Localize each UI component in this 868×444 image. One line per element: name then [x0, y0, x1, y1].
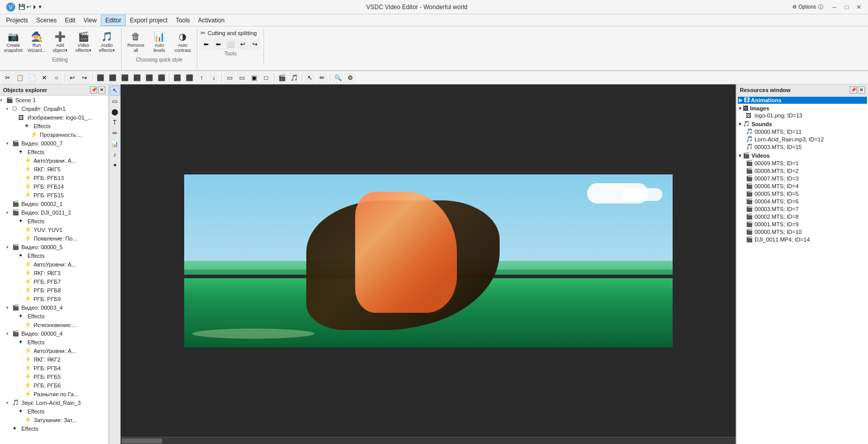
- tree-item-14[interactable]: ✦ Effects: [0, 217, 108, 225]
- tree-item-24[interactable]: ▾ 🎬 Видео: 00003_4: [0, 303, 108, 312]
- move-down-btn[interactable]: ↓: [208, 72, 219, 83]
- effects-tool-btn[interactable]: ✦: [110, 160, 120, 170]
- undo-icon[interactable]: ↩: [26, 4, 31, 10]
- delete-btn[interactable]: ✕: [39, 72, 50, 83]
- align-left-btn[interactable]: ⬛: [95, 72, 106, 83]
- tree-item-5[interactable]: ▾ 🎬 Видео: 00000_7: [0, 139, 108, 147]
- tree-item-34[interactable]: ⚡ Разнытие по Га...: [0, 390, 108, 398]
- close-button[interactable]: ✕: [854, 3, 864, 11]
- add-object-button[interactable]: ➕ Addobject▾: [49, 28, 71, 56]
- redo-icon[interactable]: ⏵: [32, 4, 38, 10]
- tree-item-18[interactable]: ✦ Effects: [0, 251, 108, 260]
- menu-edit[interactable]: Edit: [61, 15, 79, 26]
- tree-item-19[interactable]: ⚡ АвтоУровни: А...: [0, 260, 108, 269]
- align-center-btn[interactable]: ⬛: [107, 72, 118, 83]
- redo-btn[interactable]: ↪: [79, 72, 90, 83]
- res-item-sound2[interactable]: 🎵 Lorn-Acid_Rain.mp3; ID=12: [738, 135, 867, 143]
- menu-scenes[interactable]: Scenes: [32, 15, 61, 26]
- circle-btn[interactable]: ○: [51, 72, 62, 83]
- undo-cut-btn[interactable]: ↩: [237, 39, 248, 50]
- note-tool-btn[interactable]: ♪: [110, 150, 120, 160]
- zoom-in-btn[interactable]: 🔍: [332, 72, 343, 83]
- cut-icon-btn[interactable]: ✂: [2, 72, 13, 83]
- tree-item-7[interactable]: ⚡ АвтоУровни: А...: [0, 156, 108, 165]
- run-wizard-button[interactable]: 🧙 RunWizard...: [25, 28, 48, 56]
- tree-item-20[interactable]: ⚡ ЯКГ: ЯКГ3: [0, 269, 108, 277]
- tree-item-27[interactable]: ▾ 🎬 Видео: 00000_4: [0, 329, 108, 338]
- animations-category[interactable]: ▶ 🎞 Animations: [738, 97, 867, 104]
- maximize-button[interactable]: □: [842, 3, 852, 11]
- chart-tool-btn[interactable]: 📊: [110, 139, 120, 149]
- pen-mode-btn[interactable]: ✏: [316, 72, 328, 83]
- videos-header[interactable]: ▾ 🎬 Videos: [738, 152, 867, 159]
- res-video-2[interactable]: 🎬00008.MTS; ID=2: [738, 167, 867, 174]
- menu-editor[interactable]: Editor: [101, 15, 126, 26]
- cursor-tool-btn[interactable]: ↖: [110, 85, 120, 96]
- undo-btn[interactable]: ↩: [67, 72, 78, 83]
- tree-item-26[interactable]: ⚡ Исчезновение:...: [0, 320, 108, 329]
- border-btn[interactable]: □: [261, 72, 272, 83]
- circle-tool-btn[interactable]: ⬤: [110, 107, 120, 117]
- tree-item-11[interactable]: ⚡ РГБ: РГБ15: [0, 191, 108, 199]
- remove-all-button[interactable]: 🗑 Remove all: [125, 28, 147, 56]
- move-up-btn[interactable]: ↑: [196, 72, 207, 83]
- cursor-mode-btn[interactable]: ↖: [304, 72, 315, 83]
- distribute-v-btn[interactable]: ⬛: [184, 72, 195, 83]
- res-item-logo[interactable]: 🖼 logo-01.png; ID=13: [738, 112, 867, 119]
- align-middle-btn[interactable]: ⬛: [143, 72, 155, 83]
- tree-item-15[interactable]: ⚡ YUV: YUV1: [0, 225, 108, 234]
- split-btn[interactable]: ⬜: [225, 39, 236, 50]
- tree-item-28[interactable]: ✦ Effects: [0, 338, 108, 346]
- tree-item-32[interactable]: ⚡ РГБ: РГБ5: [0, 372, 108, 381]
- res-item-sound1[interactable]: 🎵 00000.MTS; ID=11: [738, 128, 867, 135]
- tree-item-4[interactable]: ⚡ Прозрачность:...: [0, 130, 108, 139]
- menu-export[interactable]: Export project: [126, 15, 171, 26]
- copy-btn[interactable]: 📋: [14, 72, 25, 83]
- shape1-btn[interactable]: ▭: [224, 72, 235, 83]
- auto-levels-button[interactable]: 📊 Auto levels: [148, 28, 170, 56]
- tree-item-23[interactable]: ⚡ РГБ: РГБ9: [0, 294, 108, 303]
- tree-item-22[interactable]: ⚡ РГБ: РГБ8: [0, 286, 108, 294]
- tree-item-21[interactable]: ⚡ РГБ: РГБ7: [0, 277, 108, 286]
- tree-item-38[interactable]: ✦ Effects: [0, 424, 108, 433]
- menu-projects[interactable]: Projects: [2, 15, 32, 26]
- cut-right-btn[interactable]: ⬅: [213, 39, 224, 50]
- video-effects-button[interactable]: 🎬 Videoeffects▾: [72, 28, 95, 56]
- cut-left-btn[interactable]: ⬅: [200, 39, 212, 50]
- res-video-7[interactable]: 🎬00003.MTS; ID=7: [738, 205, 867, 213]
- tree-item-13[interactable]: ▾ 🎬 Видео: DJI_0011_2: [0, 208, 108, 217]
- shape2-btn[interactable]: ▭: [236, 72, 247, 83]
- text-tool-btn[interactable]: T: [110, 117, 120, 128]
- tree-item-8[interactable]: ⚡ ЯКГ: ЯКГ5: [0, 165, 108, 173]
- resources-pin-btn[interactable]: 📌: [850, 86, 857, 94]
- res-video-10[interactable]: 🎬00000.MTS; ID=10: [738, 228, 867, 235]
- res-video-9[interactable]: 🎬00001.MTS; ID=9: [738, 220, 867, 228]
- tree-item-12[interactable]: 🎬 Видео: 00002_1: [0, 199, 108, 208]
- scroll-thumb[interactable]: [122, 438, 162, 443]
- tree-item-25[interactable]: ✦ Effects: [0, 312, 108, 320]
- tree-item-10[interactable]: ⚡ РГБ: РГБ14: [0, 182, 108, 191]
- tree-item-33[interactable]: ⚡ РГБ: РГБ6: [0, 381, 108, 390]
- tree-item-36[interactable]: ✦ Effects: [0, 407, 108, 416]
- images-header[interactable]: ▾ 🖼 Images: [738, 105, 867, 112]
- save-icon[interactable]: 💾: [18, 4, 25, 10]
- res-video-8[interactable]: 🎬00002.MTS; ID=8: [738, 213, 867, 220]
- help-icon[interactable]: ⓘ: [818, 4, 823, 11]
- redo-cut-btn[interactable]: ↪: [249, 39, 261, 50]
- res-video-11[interactable]: 🎬DJI_0011.MP4; ID=14: [738, 235, 867, 243]
- audio-effects-button[interactable]: 🎵 Audioeffects▾: [96, 28, 118, 56]
- tree-item-2[interactable]: 🖼 Изображение: logo-01_...: [0, 113, 108, 122]
- distribute-h-btn[interactable]: ⬛: [171, 72, 183, 83]
- options-label[interactable]: Options: [799, 4, 816, 10]
- menu-tools[interactable]: Tools: [171, 15, 194, 26]
- tree-item-9[interactable]: ⚡ РГБ: РГБ13: [0, 173, 108, 182]
- sounds-header[interactable]: ▾ 🎵 Sounds: [738, 120, 867, 128]
- tree-item-6[interactable]: ✦ Effects: [0, 147, 108, 156]
- audio-icon-btn[interactable]: 🎵: [288, 72, 300, 83]
- tree-item-3[interactable]: ✦ Effects: [0, 122, 108, 130]
- preview-scrollbar-h[interactable]: [121, 437, 736, 444]
- align-right-btn[interactable]: ⬛: [119, 72, 130, 83]
- res-item-sound3[interactable]: 🎵 00003.MTS; ID=15: [738, 143, 867, 151]
- res-video-4[interactable]: 🎬00006.MTS; ID=4: [738, 182, 867, 190]
- pen-tool-btn[interactable]: ✏: [110, 128, 120, 138]
